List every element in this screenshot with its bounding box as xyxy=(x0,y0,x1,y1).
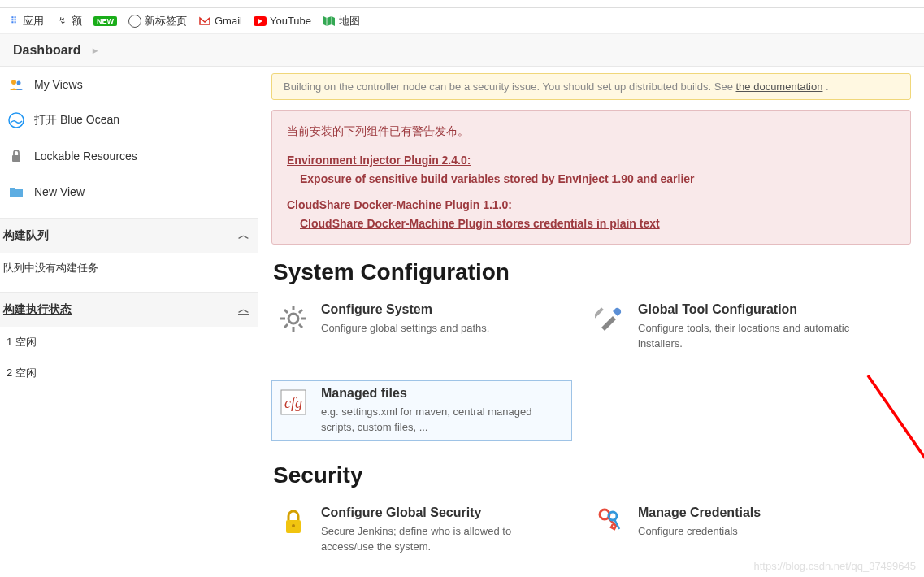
breadcrumb-bar: Dashboard ▸ xyxy=(0,34,924,67)
svg-line-13 xyxy=(284,324,288,328)
card-configure-security[interactable]: Configure Global Security Secure Jenkins… xyxy=(271,500,572,561)
watermark: https://blog.csdn.net/qq_37499645 xyxy=(754,560,917,572)
card-title: Global Tool Configuration xyxy=(638,302,883,317)
system-config-heading: System Configuration xyxy=(273,259,911,285)
sidebar: My Views 打开 Blue Ocean Lockable Resource… xyxy=(0,67,258,577)
bookmark-label: 新标签页 xyxy=(145,14,187,28)
security-alert-box: 当前安装的下列组件已有警告发布。 Environment Injector Pl… xyxy=(271,110,911,245)
sidebar-item-label: 打开 Blue Ocean xyxy=(34,113,119,128)
alert-heading: 当前安装的下列组件已有警告发布。 xyxy=(287,122,896,140)
security-heading: Security xyxy=(273,462,911,488)
card-title: Manage Credentials xyxy=(638,505,883,520)
sidebar-item-lockable[interactable]: Lockable Resources xyxy=(0,138,258,174)
bookmark-label: 额 xyxy=(72,14,82,28)
bookmark-new-badge[interactable]: NEW xyxy=(93,16,117,26)
chevron-up-icon: ︿ xyxy=(238,228,249,243)
card-manage-credentials[interactable]: Manage Credentials Configure credentials xyxy=(588,500,889,561)
executor-row: 1 空闲 xyxy=(0,327,258,358)
padlock-icon xyxy=(277,505,310,538)
sidebar-item-label: My Views xyxy=(34,78,83,91)
lock-icon xyxy=(8,148,24,164)
svg-point-5 xyxy=(288,314,298,323)
alert-detail-link[interactable]: Exposure of sensitive build variables st… xyxy=(300,170,695,188)
executor-row: 2 空闲 xyxy=(0,358,258,388)
apps-icon: ⠿ xyxy=(7,15,20,28)
svg-point-3 xyxy=(9,113,24,128)
alert-plugin-link[interactable]: Environment Injector Plugin 2.4.0: xyxy=(287,151,471,169)
queue-empty-text: 队列中没有构建任务 xyxy=(0,253,258,284)
svg-line-12 xyxy=(299,310,302,313)
alert-detail-link[interactable]: CloudShare Docker-Machine Plugin stores … xyxy=(300,215,660,232)
bookmark-e[interactable]: ↯ 额 xyxy=(55,14,82,28)
svg-line-11 xyxy=(299,324,302,328)
bookmark-label: 应用 xyxy=(23,14,44,28)
sidebar-item-new-view[interactable]: New View xyxy=(0,174,258,210)
main-content: Building on the controller node can be a… xyxy=(258,67,924,577)
svg-point-18 xyxy=(292,524,295,527)
blue-ocean-icon xyxy=(8,112,24,128)
svg-point-1 xyxy=(11,80,16,85)
svg-point-20 xyxy=(609,512,617,520)
card-desc: Configure global settings and paths. xyxy=(321,320,566,336)
bookmark-maps[interactable]: 地图 xyxy=(323,14,360,28)
alert-plugin-link[interactable]: CloudShare Docker-Machine Plugin 1.1.0: xyxy=(287,196,512,214)
card-desc: Secure Jenkins; define who is allowed to… xyxy=(321,523,566,555)
gmail-icon xyxy=(198,15,211,28)
bookmarks-bar: ⠿ 应用 ↯ 额 NEW 新标签页 Gmail YouTube 地图 xyxy=(0,8,924,34)
card-desc: e.g. settings.xml for maven, central man… xyxy=(321,404,566,436)
people-icon xyxy=(8,76,24,93)
card-title: Configure Global Security xyxy=(321,505,566,520)
cfg-icon: cfg xyxy=(277,386,310,419)
executor-header[interactable]: 构建执行状态 ︿ xyxy=(0,293,258,327)
keys-icon xyxy=(594,505,627,538)
bookmark-apps[interactable]: ⠿ 应用 xyxy=(7,14,44,28)
card-title: Configure System xyxy=(321,302,566,317)
documentation-link[interactable]: the documentation xyxy=(735,80,822,93)
bookmark-label: YouTube xyxy=(270,15,311,27)
maps-icon xyxy=(323,15,336,28)
gear-icon xyxy=(277,302,310,335)
bookmark-newtab[interactable]: 新标签页 xyxy=(128,14,187,28)
globe-icon xyxy=(128,15,141,28)
folder-icon xyxy=(8,184,24,200)
new-badge-icon: NEW xyxy=(93,16,117,26)
card-title: Managed files xyxy=(321,386,566,401)
card-configure-system[interactable]: Configure System Configure global settin… xyxy=(271,297,572,358)
link-icon: ↯ xyxy=(55,15,68,28)
tools-icon xyxy=(594,302,627,335)
svg-point-2 xyxy=(17,81,21,85)
breadcrumb-dashboard[interactable]: Dashboard xyxy=(13,43,81,58)
sidebar-item-my-views[interactable]: My Views xyxy=(0,67,258,102)
chevron-up-icon: ︿ xyxy=(238,302,249,317)
card-desc: Configure credentials xyxy=(638,523,883,540)
sidebar-item-label: New View xyxy=(34,185,85,198)
bookmark-gmail[interactable]: Gmail xyxy=(198,15,242,28)
bookmark-label: Gmail xyxy=(215,15,242,27)
sidebar-item-label: Lockable Resources xyxy=(34,150,137,163)
card-global-tool[interactable]: Global Tool Configuration Configure tool… xyxy=(588,297,889,358)
bookmark-youtube[interactable]: YouTube xyxy=(254,15,311,28)
build-queue-header[interactable]: 构建队列 ︿ xyxy=(0,219,258,253)
youtube-icon xyxy=(254,15,267,28)
svg-rect-4 xyxy=(12,155,20,162)
browser-toolbar xyxy=(0,0,924,8)
warning-banner-top: Building on the controller node can be a… xyxy=(271,73,911,100)
card-desc: Configure tools, their locations and aut… xyxy=(638,320,883,352)
bookmark-label: 地图 xyxy=(339,14,360,28)
chevron-right-icon: ▸ xyxy=(93,45,98,56)
svg-text:cfg: cfg xyxy=(284,395,302,411)
svg-rect-14 xyxy=(595,307,604,320)
svg-line-10 xyxy=(284,310,288,313)
sidebar-item-blue-ocean[interactable]: 打开 Blue Ocean xyxy=(0,102,258,138)
card-managed-files[interactable]: cfg Managed files e.g. settings.xml for … xyxy=(271,380,572,441)
